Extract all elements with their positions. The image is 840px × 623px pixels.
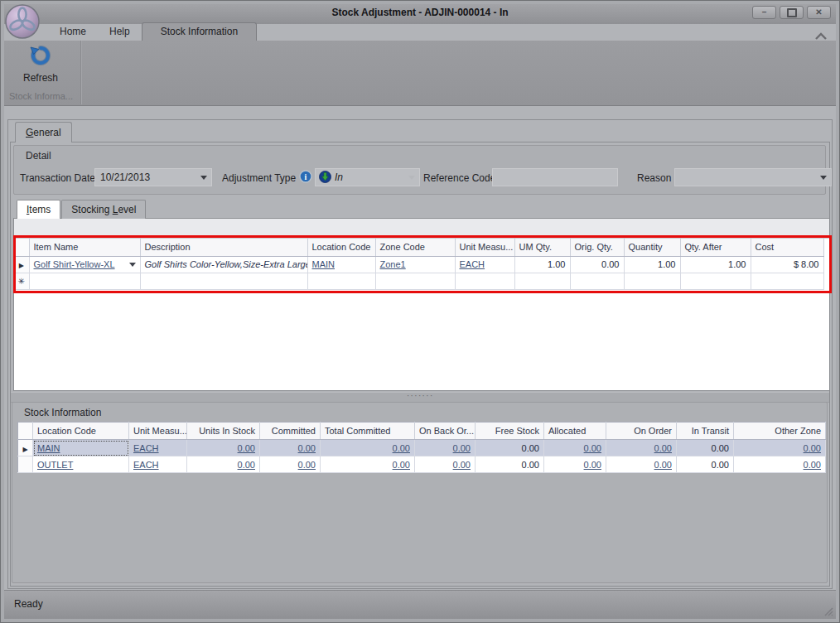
grid-cell[interactable]: 1.00 — [680, 256, 751, 273]
cell-link[interactable]: 0.00 — [453, 443, 471, 453]
grid-cell[interactable]: 0.00 — [544, 456, 606, 473]
cell-link[interactable]: OUTLET — [37, 460, 73, 470]
grid-cell[interactable]: EACH — [455, 256, 514, 273]
dropdown-arrow-icon[interactable] — [129, 263, 136, 267]
column-header[interactable]: Location Code — [307, 239, 375, 256]
transaction-date-combo[interactable]: 10/21/2013 — [94, 168, 212, 186]
grid-cell[interactable]: 0.00 — [321, 456, 415, 473]
grid-cell[interactable]: 0.00 — [187, 456, 260, 473]
maximize-button[interactable] — [780, 6, 804, 19]
column-header[interactable]: Committed — [260, 423, 321, 440]
grid-cell[interactable] — [307, 273, 375, 289]
stock-information-grid[interactable]: Location CodeUnit Measu...Units In Stock… — [17, 422, 826, 473]
refresh-button[interactable]: Refresh — [10, 44, 71, 87]
column-header[interactable]: Allocated — [544, 423, 606, 440]
column-header[interactable]: In Transit — [677, 423, 734, 440]
cell-link[interactable]: 0.00 — [804, 443, 821, 453]
grid-cell[interactable]: 0.00 — [677, 456, 734, 473]
tab-stocking-level[interactable]: Stocking Level — [61, 200, 146, 219]
grid-cell[interactable]: EACH — [129, 456, 187, 473]
grid-cell[interactable] — [514, 273, 570, 289]
grid-cell[interactable]: 0.00 — [321, 440, 415, 456]
column-header[interactable]: Orig. Qty. — [570, 239, 624, 256]
column-header[interactable]: Location Code — [33, 423, 129, 440]
grid-cell[interactable] — [680, 273, 751, 289]
grid-cell[interactable]: 0.00 — [476, 440, 544, 456]
column-header[interactable]: On Back Or... — [415, 423, 476, 440]
grid-cell[interactable]: 0.00 — [544, 440, 606, 456]
ribbon-tab-stock-information[interactable]: Stock Information — [142, 22, 257, 41]
cell-link[interactable]: 0.00 — [393, 443, 410, 453]
column-header[interactable]: Description — [140, 239, 307, 256]
cell-link[interactable]: MAIN — [37, 443, 60, 453]
column-header[interactable]: On Order — [606, 423, 677, 440]
cell-link[interactable]: 0.00 — [238, 460, 255, 470]
close-button[interactable]: ✕ — [807, 6, 831, 19]
grid-cell[interactable]: 0.00 — [415, 456, 476, 473]
grid-cell[interactable]: OUTLET — [33, 456, 129, 473]
grid-cell[interactable] — [455, 273, 514, 289]
cell-link[interactable]: EACH — [460, 259, 485, 269]
cell-link[interactable]: Zone1 — [380, 259, 406, 269]
grid-cell[interactable]: 0.00 — [260, 456, 321, 473]
grid-cell[interactable]: 0.00 — [677, 440, 734, 456]
cell-link[interactable]: 0.00 — [298, 443, 316, 453]
column-header[interactable]: Unit Measu... — [129, 423, 187, 440]
grid-cell[interactable]: 0.00 — [606, 440, 677, 456]
grid-cell[interactable] — [140, 273, 307, 289]
reference-code-input[interactable] — [492, 168, 618, 186]
resize-grip[interactable] — [822, 605, 833, 616]
column-header[interactable]: UM Qty. — [514, 239, 570, 256]
cell-link[interactable]: 0.00 — [654, 460, 672, 470]
tab-items[interactable]: Items — [17, 200, 60, 219]
column-header[interactable]: Total Committed — [321, 423, 415, 440]
grid-cell[interactable] — [375, 273, 455, 289]
cell-link[interactable]: 0.00 — [804, 460, 821, 470]
grid-cell[interactable]: EACH — [129, 440, 187, 456]
cell-link[interactable]: 0.00 — [584, 443, 601, 453]
info-icon[interactable]: i — [299, 170, 312, 183]
cell-link[interactable]: EACH — [133, 460, 159, 470]
column-header[interactable]: Item Name — [29, 239, 140, 256]
grid-cell[interactable]: 0.00 — [606, 456, 677, 473]
ribbon-tab-help[interactable]: Help — [98, 23, 142, 41]
minimize-button[interactable]: – — [752, 6, 776, 19]
grid-cell[interactable] — [624, 273, 680, 289]
grid-cell[interactable] — [29, 273, 140, 289]
grid-cell[interactable]: 0.00 — [187, 440, 260, 456]
cell-link[interactable]: MAIN — [312, 259, 336, 269]
column-header[interactable]: Other Zone — [734, 423, 826, 440]
grid-cell[interactable]: MAIN — [33, 440, 129, 456]
grid-cell[interactable] — [570, 273, 624, 289]
grid-cell[interactable]: 1.00 — [624, 256, 680, 273]
tab-general[interactable]: General — [15, 122, 72, 142]
grid-cell[interactable]: MAIN — [307, 256, 375, 273]
items-grid[interactable]: Item NameDescriptionLocation CodeZone Co… — [14, 239, 824, 290]
grid-cell[interactable]: 0.00 — [734, 456, 826, 473]
cell-link[interactable]: 0.00 — [298, 460, 316, 470]
transaction-date-dropdown-button[interactable] — [196, 170, 210, 185]
cell-link[interactable]: Golf Shirt-Yellow-XL — [34, 259, 115, 269]
column-header[interactable]: Zone Code — [375, 239, 455, 256]
reason-combo[interactable] — [674, 168, 832, 186]
reason-dropdown-button[interactable] — [816, 170, 830, 185]
grid-cell[interactable] — [751, 273, 823, 289]
column-header[interactable]: Qty. After — [680, 239, 751, 256]
cell-link[interactable]: 0.00 — [393, 460, 410, 470]
grid-cell[interactable]: 0.00 — [260, 440, 321, 456]
column-header[interactable]: Quantity — [624, 239, 680, 256]
cell-link[interactable]: EACH — [133, 443, 159, 453]
grid-cell[interactable]: Zone1 — [375, 256, 455, 273]
column-header[interactable]: Unit Measu... — [455, 239, 514, 256]
cell-link[interactable]: 0.00 — [584, 460, 601, 470]
grid-cell[interactable]: 1.00 — [514, 256, 570, 273]
cell-link[interactable]: 0.00 — [654, 443, 672, 453]
title-bar[interactable]: Stock Adjustment - ADJIN-000014 - In — [2, 1, 838, 24]
column-header[interactable]: Free Stock — [476, 423, 544, 440]
adjustment-type-combo[interactable]: In — [315, 168, 420, 186]
cell-link[interactable]: 0.00 — [238, 443, 255, 453]
collapse-ribbon-button[interactable] — [814, 29, 828, 38]
grid-cell[interactable]: Golf Shirt-Yellow-XL — [29, 256, 140, 273]
grid-cell[interactable]: 0.00 — [415, 440, 476, 456]
column-header[interactable]: Units In Stock — [187, 423, 260, 440]
